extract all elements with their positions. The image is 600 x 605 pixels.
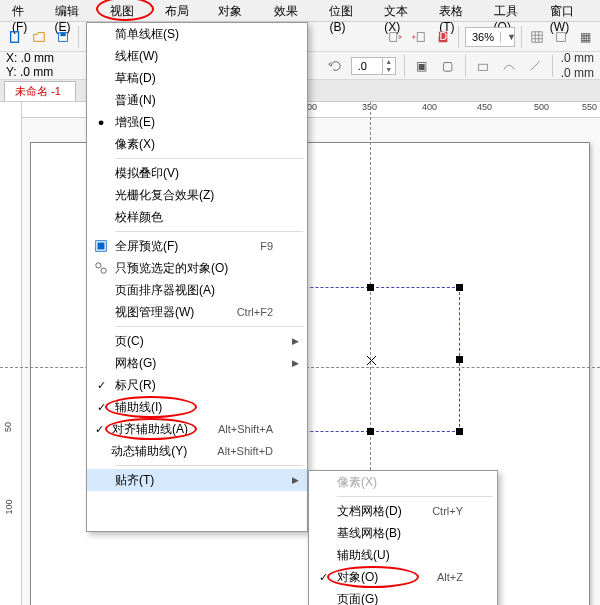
pdf-icon[interactable]: PDF [434, 28, 452, 46]
menu-item-snap-5[interactable]: ✓对象(O)Alt+Z [309, 566, 497, 588]
line-icon[interactable] [526, 57, 544, 75]
menu-item-g1-1[interactable]: 线框(W) [87, 45, 307, 67]
menu-item-g5-0[interactable]: 贴齐(T)▶ [87, 469, 307, 491]
curve-icon[interactable] [500, 57, 518, 75]
angle-input[interactable]: .0 ▲▼ [351, 57, 396, 75]
svg-text:PDF: PDF [436, 30, 450, 42]
grid-icon[interactable] [528, 28, 546, 46]
zoom-combo[interactable]: 36%▼ [465, 27, 515, 47]
snap-icon[interactable]: ▦ [576, 28, 594, 46]
svg-rect-0 [11, 31, 19, 42]
svg-rect-10 [98, 243, 105, 250]
svg-point-11 [96, 263, 101, 268]
menu-item-g4-2[interactable]: ✓标尺(R) [87, 374, 307, 396]
svg-rect-2 [60, 32, 65, 36]
undo-icon[interactable] [325, 57, 343, 75]
menu-table[interactable]: 表格(T) [431, 0, 485, 21]
export-icon[interactable] [410, 28, 428, 46]
svg-rect-7 [557, 32, 566, 41]
menu-item-snap-2[interactable]: 文档网格(D)Ctrl+Y [309, 500, 497, 522]
menu-item-g1-4[interactable]: ●增强(E) [87, 111, 307, 133]
menu-item-g1-5[interactable]: 像素(X) [87, 133, 307, 155]
menu-item-snap-0[interactable]: 像素(X) [309, 471, 497, 493]
svg-rect-3 [390, 32, 397, 41]
menu-item-g2-2[interactable]: 校样颜色 [87, 206, 307, 228]
menu-object[interactable]: 对象(C) [210, 0, 266, 21]
menu-item-g2-1[interactable]: 光栅化复合效果(Z) [87, 184, 307, 206]
view-menu-dropdown: 简单线框(S)线框(W)草稿(D)普通(N)●增强(E)像素(X)模拟叠印(V)… [86, 22, 308, 532]
svg-rect-4 [417, 32, 424, 41]
menu-item-g3-1[interactable]: 只预览选定的对象(O) [87, 257, 307, 279]
menu-layout[interactable]: 布局(L) [157, 0, 211, 21]
menu-file[interactable]: 件(F) [4, 0, 47, 21]
group-icon[interactable]: ▣ [413, 57, 431, 75]
menu-item-g1-2[interactable]: 草稿(D) [87, 67, 307, 89]
menu-bitmap[interactable]: 位图(B) [321, 0, 376, 21]
menu-item-g4-5[interactable]: 动态辅助线(Y)Alt+Shift+D [87, 440, 307, 462]
menu-item-g4-0[interactable]: 页(C)▶ [87, 330, 307, 352]
coord-readout: X: .0 mm Y: .0 mm [6, 52, 54, 78]
menu-item-g2-0[interactable]: 模拟叠印(V) [87, 162, 307, 184]
menu-item-g4-3[interactable]: ✓辅助线(I) [87, 396, 307, 418]
svg-point-12 [101, 268, 106, 273]
save-icon[interactable] [54, 28, 72, 46]
path-icon[interactable] [474, 57, 492, 75]
menu-tools[interactable]: 工具(O) [486, 0, 542, 21]
menu-effects[interactable]: 效果(C) [266, 0, 322, 21]
menu-edit[interactable]: 编辑(E) [47, 0, 102, 21]
menu-window[interactable]: 窗口(W) [542, 0, 600, 21]
menu-text[interactable]: 文本(X) [376, 0, 431, 21]
menu-item-g3-3[interactable]: 视图管理器(W)Ctrl+F2 [87, 301, 307, 323]
size-readout: .0 mm .0 mm [561, 51, 594, 80]
menu-item-snap-6[interactable]: 页面(G) [309, 588, 497, 605]
snap-submenu: 像素(X)文档网格(D)Ctrl+Y基线网格(B)辅助线(U)✓对象(O)Alt… [308, 470, 498, 605]
new-icon[interactable] [6, 28, 24, 46]
vertical-ruler[interactable]: 50 100 [0, 102, 22, 605]
menu-item-g1-0[interactable]: 简单线框(S) [87, 23, 307, 45]
menu-item-g3-2[interactable]: 页面排序器视图(A) [87, 279, 307, 301]
menubar: 件(F) 编辑(E) 视图(V) 布局(L) 对象(C) 效果(C) 位图(B)… [0, 0, 600, 22]
doc-tab-active[interactable]: 未命名 -1 [4, 81, 76, 101]
menu-item-g3-0[interactable]: 全屏预览(F)F9 [87, 235, 307, 257]
menu-view[interactable]: 视图(V) [102, 0, 157, 21]
menu-item-snap-4[interactable]: 辅助线(U) [309, 544, 497, 566]
ungroup-icon[interactable]: ▢ [439, 57, 457, 75]
menu-item-snap-3[interactable]: 基线网格(B) [309, 522, 497, 544]
open-icon[interactable] [30, 28, 48, 46]
menu-item-g4-1[interactable]: 网格(G)▶ [87, 352, 307, 374]
menu-item-g1-3[interactable]: 普通(N) [87, 89, 307, 111]
guides-icon[interactable] [552, 28, 570, 46]
svg-rect-8 [478, 64, 487, 70]
import-icon[interactable] [386, 28, 404, 46]
menu-item-g4-4[interactable]: ✓对齐辅助线(A)Alt+Shift+A [87, 418, 307, 440]
